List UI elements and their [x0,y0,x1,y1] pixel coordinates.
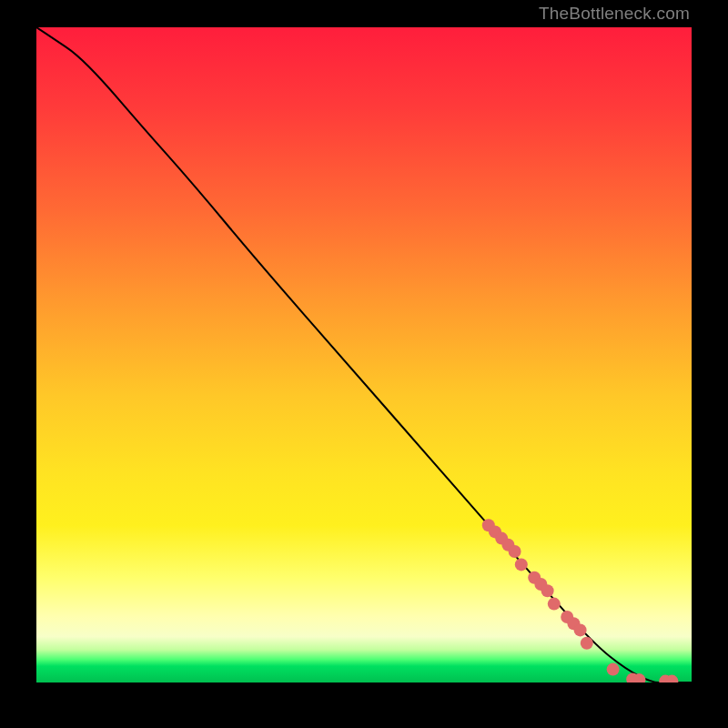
watermark-label: TheBottleneck.com [539,4,690,24]
curve-layer [36,27,692,682]
chart-frame: TheBottleneck.com [0,0,728,728]
marker-point [515,558,528,571]
bottleneck-curve [36,27,692,682]
marker-cluster [482,519,679,682]
marker-point [509,545,521,558]
marker-point [581,637,593,650]
marker-point [574,623,587,636]
marker-point [548,598,561,611]
marker-point [607,663,620,676]
marker-point [541,584,554,597]
